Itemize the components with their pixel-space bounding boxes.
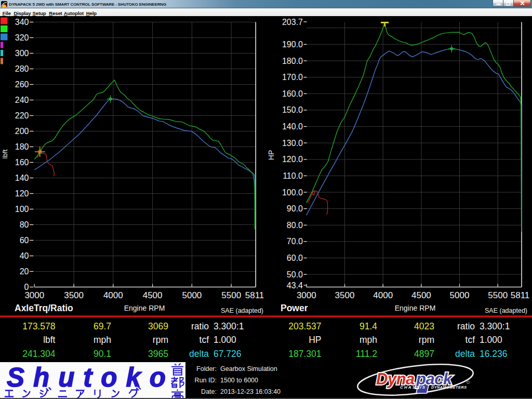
- svg-text:90.0: 90.0: [287, 204, 303, 213]
- svg-text:111.2: 111.2: [356, 349, 377, 359]
- svg-text:rpm: rpm: [419, 335, 434, 345]
- svg-text:tcf: tcf: [200, 335, 209, 345]
- svg-text:50.0: 50.0: [287, 270, 303, 279]
- svg-text:300: 300: [15, 49, 29, 58]
- svg-text:180.0: 180.0: [282, 57, 303, 65]
- svg-text:HP: HP: [309, 335, 321, 345]
- svg-text:4500: 4500: [143, 290, 163, 300]
- svg-text:3000: 3000: [297, 290, 316, 300]
- svg-text:140: 140: [15, 174, 29, 182]
- svg-text:3000: 3000: [24, 290, 44, 300]
- svg-text:ratio: ratio: [191, 321, 209, 331]
- svg-text:150.0: 150.0: [282, 105, 303, 114]
- svg-text:DYNAMOMETERS: DYNAMOMETERS: [431, 385, 467, 390]
- svg-text:3965: 3965: [148, 349, 168, 359]
- svg-text:340: 340: [15, 18, 29, 26]
- svg-text:4023: 4023: [414, 321, 434, 331]
- svg-text:190.0: 190.0: [282, 40, 303, 49]
- svg-text:67.726: 67.726: [214, 349, 242, 359]
- svg-text:3500: 3500: [335, 290, 355, 300]
- svg-text:delta: delta: [455, 349, 475, 359]
- svg-text:5811: 5811: [245, 290, 264, 300]
- svg-text:100.0: 100.0: [282, 188, 303, 197]
- svg-text:4897: 4897: [414, 349, 434, 359]
- svg-text:3.300:1: 3.300:1: [480, 321, 510, 331]
- svg-text:4000: 4000: [373, 290, 393, 300]
- svg-text:260: 260: [15, 80, 29, 89]
- svg-text:delta: delta: [189, 349, 209, 359]
- svg-text:1.000: 1.000: [480, 335, 502, 345]
- svg-text:140.0: 140.0: [282, 122, 303, 131]
- svg-text:mph: mph: [360, 335, 377, 345]
- svg-text:tcf: tcf: [466, 335, 475, 345]
- svg-text:AxleTrq/Ratio: AxleTrq/Ratio: [15, 303, 73, 313]
- svg-text:5000: 5000: [182, 290, 202, 300]
- svg-text:lbft: lbft: [43, 335, 55, 345]
- svg-text:lbft: lbft: [1, 149, 9, 158]
- svg-text:280: 280: [15, 64, 29, 73]
- svg-text:5500: 5500: [221, 290, 241, 300]
- svg-text:SAE (adapted): SAE (adapted): [485, 307, 527, 314]
- svg-text:Power: Power: [281, 303, 308, 313]
- svg-text:90.1: 90.1: [94, 349, 111, 359]
- svg-text:160.0: 160.0: [282, 89, 303, 98]
- svg-text:3500: 3500: [64, 290, 84, 300]
- svg-text:1.000: 1.000: [214, 335, 236, 345]
- svg-text:HP: HP: [267, 150, 275, 160]
- svg-text:20: 20: [20, 267, 29, 276]
- svg-text:160: 160: [15, 158, 29, 167]
- svg-text:120: 120: [15, 189, 29, 198]
- svg-text:203.537: 203.537: [288, 321, 321, 331]
- svg-text:220: 220: [15, 111, 29, 120]
- svg-text:Engine RPM: Engine RPM: [395, 304, 436, 312]
- svg-text:200: 200: [15, 127, 29, 136]
- svg-text:5000: 5000: [450, 290, 470, 300]
- svg-text:43.4: 43.4: [287, 281, 303, 290]
- svg-text:180: 180: [15, 142, 29, 151]
- svg-text:mph: mph: [94, 335, 111, 345]
- svg-text:5811: 5811: [511, 290, 530, 300]
- svg-text:170.0: 170.0: [282, 73, 303, 82]
- svg-text:5500: 5500: [488, 290, 508, 300]
- svg-text:91.4: 91.4: [360, 321, 377, 331]
- svg-text:SAE (adapted): SAE (adapted): [221, 307, 263, 314]
- svg-text:80.0: 80.0: [287, 221, 303, 230]
- svg-text:60.0: 60.0: [287, 254, 303, 262]
- svg-text:ratio: ratio: [457, 321, 475, 331]
- svg-text:CHASSIS: CHASSIS: [400, 385, 426, 390]
- svg-text:3.300:1: 3.300:1: [214, 321, 244, 331]
- svg-text:241.304: 241.304: [22, 349, 56, 359]
- svg-text:60: 60: [20, 236, 29, 245]
- svg-text:4500: 4500: [411, 290, 431, 300]
- svg-text:80: 80: [20, 220, 29, 229]
- svg-text:4000: 4000: [103, 290, 123, 300]
- svg-text:Engine RPM: Engine RPM: [124, 304, 165, 312]
- svg-text:187.301: 187.301: [288, 349, 321, 359]
- svg-text:3069: 3069: [148, 321, 168, 331]
- svg-text:320: 320: [15, 33, 29, 42]
- svg-text:70.0: 70.0: [287, 237, 303, 246]
- svg-text:Shutoko: Shutoko: [7, 363, 175, 392]
- svg-text:100: 100: [15, 205, 29, 214]
- svg-text:69.7: 69.7: [94, 321, 111, 331]
- svg-text:110.0: 110.0: [283, 171, 303, 180]
- svg-text:40: 40: [20, 251, 29, 260]
- svg-text:16.236: 16.236: [480, 349, 508, 359]
- svg-text:rpm: rpm: [153, 335, 168, 345]
- svg-text:203.7: 203.7: [282, 18, 303, 26]
- svg-text:173.578: 173.578: [22, 321, 55, 331]
- svg-text:240: 240: [15, 96, 29, 104]
- svg-text:130.0: 130.0: [282, 139, 303, 148]
- svg-text:120.0: 120.0: [282, 155, 303, 164]
